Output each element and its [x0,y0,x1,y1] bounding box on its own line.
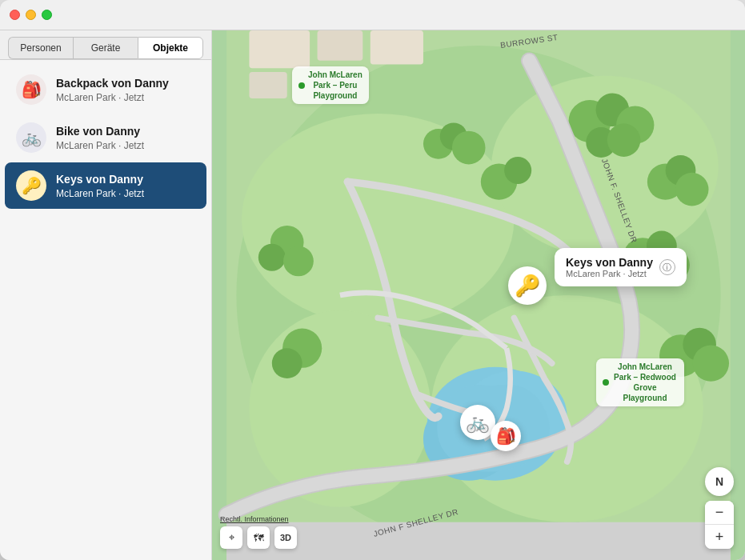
tab-objekte[interactable]: Objekte [138,37,203,59]
keys-text: Keys von Danny McLaren Park · Jetzt [56,172,195,198]
place-redwood-playground: John McLarenPark – RedwoodGrove Playgrou… [596,358,684,406]
legal-link[interactable]: Rechtl. Informationen [220,515,297,523]
3d-button[interactable]: 3D [274,526,297,549]
backpack-sub: McLaren Park · Jetzt [56,92,195,103]
peru-label: John McLarenPark – PeruPlayground [308,70,362,101]
zoom-out-button[interactable]: − [705,501,734,525]
backpack-icon: 🎒 [16,74,46,105]
keys-callout: Keys von Danny McLaren Park · Jetzt ⓘ [555,248,687,286]
keys-map-pin[interactable]: 🔑 [508,266,547,305]
svg-rect-35 [370,30,423,65]
titlebar [0,0,745,30]
location-button[interactable]: ⌖ [220,526,242,549]
backpack-name: Backpack von Danny [56,76,195,90]
sidebar-item-bike[interactable]: 🚲 Bike von Danny McLaren Park · Jetzt [5,114,206,161]
svg-point-27 [452,131,486,165]
zoom-in-button[interactable]: + [705,525,734,549]
minimize-button[interactable] [26,10,36,20]
fullscreen-button[interactable] [42,10,52,20]
sidebar-list: 🎒 Backpack von Danny McLaren Park · Jetz… [0,60,211,560]
info-button[interactable]: ⓘ [659,259,675,275]
backpack-map-pin[interactable]: 🎒 [491,421,521,451]
callout-sub: McLaren Park · Jetzt [566,269,653,278]
tab-geraete[interactable]: Geräte [73,37,138,59]
keys-sub: McLaren Park · Jetzt [56,188,195,199]
sidebar-item-backpack[interactable]: 🎒 Backpack von Danny McLaren Park · Jetz… [5,66,206,113]
compass-button[interactable]: N [705,467,734,496]
callout-text: Keys von Danny McLaren Park · Jetzt [566,256,653,278]
content-area: Personen Geräte Objekte 🎒 Backpack von D… [0,30,745,560]
svg-point-21 [258,244,286,271]
redwood-dot [603,379,609,386]
svg-rect-37 [226,522,731,560]
traffic-lights [10,10,52,20]
backpack-text: Backpack von Danny McLaren Park · Jetzt [56,76,195,102]
tab-bar: Personen Geräte Objekte [0,30,211,60]
bike-name: Bike von Danny [56,124,195,138]
bike-text: Bike von Danny McLaren Park · Jetzt [56,124,195,150]
svg-rect-33 [249,30,310,68]
peru-dot [298,82,305,89]
bike-sub: McLaren Park · Jetzt [56,140,195,151]
svg-point-24 [272,348,302,378]
main-window: Personen Geräte Objekte 🎒 Backpack von D… [0,0,745,560]
svg-point-19 [693,345,729,381]
map-area[interactable]: JOHN F. SHELLEY DR BURROWS ST JOHN F SHE… [212,30,745,560]
callout-name: Keys von Danny [566,256,653,269]
map-bottom-buttons: ⌖ 🗺 3D [220,526,297,549]
compass-label: N [715,475,723,488]
keys-icon: 🔑 [16,170,46,201]
close-button[interactable] [10,10,20,20]
keys-name: Keys von Danny [56,172,195,186]
place-peru-playground: John McLarenPark – PeruPlayground [292,66,369,104]
map-zoom-compass: N − + [705,467,734,549]
svg-rect-36 [249,72,286,98]
bike-icon: 🚲 [16,122,46,153]
svg-rect-34 [318,30,363,61]
tab-personen[interactable]: Personen [8,37,73,59]
svg-point-29 [504,157,531,184]
sidebar: Personen Geräte Objekte 🎒 Backpack von D… [0,30,212,560]
map-bottom-controls: Rechtl. Informationen ⌖ 🗺 3D [220,515,297,549]
svg-point-13 [675,173,709,206]
sidebar-item-keys[interactable]: 🔑 Keys von Danny McLaren Park · Jetzt [5,162,206,209]
svg-point-10 [607,123,641,157]
zoom-controls: − + [705,501,734,549]
map-svg [212,30,745,560]
redwood-label: John McLarenPark – RedwoodGrove Playgrou… [612,362,678,403]
map-type-button[interactable]: 🗺 [247,526,270,549]
svg-point-22 [283,246,314,277]
